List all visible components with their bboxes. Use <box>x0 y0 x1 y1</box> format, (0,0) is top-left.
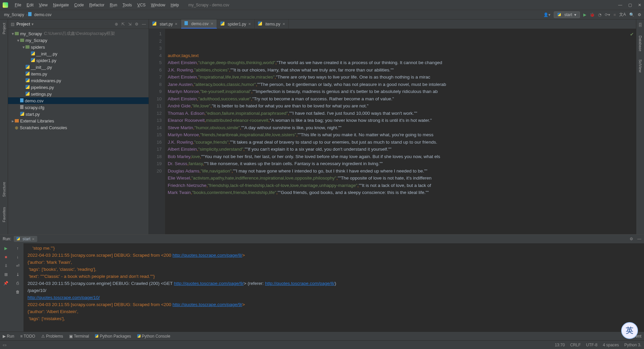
close-icon[interactable]: ✕ <box>248 22 251 26</box>
app-logo-icon <box>3 2 8 8</box>
menu-navigate[interactable]: Navigate <box>50 3 71 7</box>
ime-indicator[interactable]: 英 <box>621 322 638 339</box>
tree-item[interactable]: middlewares.py <box>8 77 149 84</box>
run-tab[interactable]: start ✕ <box>14 236 37 242</box>
code-content[interactable]: ✔ author,tags,textAlbert Einstein,"chang… <box>165 29 636 234</box>
down-arrow-icon[interactable]: ↓ <box>17 255 19 259</box>
tool-window-structure[interactable]: Structure <box>2 182 6 197</box>
translate-icon[interactable]: 文A <box>619 12 626 17</box>
tree-item[interactable]: __init__.py <box>8 50 149 57</box>
debug-icon[interactable]: 🐞 <box>590 12 595 17</box>
tool-window-sciview[interactable]: SciView <box>638 59 642 72</box>
maximize-icon[interactable]: ▢ <box>628 3 632 7</box>
stop-icon[interactable]: ■ <box>613 12 616 17</box>
rerun-icon[interactable]: ▶ <box>4 246 7 251</box>
breadcrumb[interactable]: demo.csv <box>33 12 53 17</box>
tree-item[interactable]: spider1.py <box>8 57 149 64</box>
close-icon[interactable]: ✕ <box>175 22 177 26</box>
menu-run[interactable]: Run <box>107 3 120 7</box>
chevron-down-icon: ▾ <box>574 12 576 17</box>
up-arrow-icon[interactable]: ↑ <box>17 246 19 251</box>
indent-setting[interactable]: 4 spaces <box>603 343 619 347</box>
editor-tab[interactable]: start.py✕ <box>149 19 181 29</box>
line-separator[interactable]: CRLF <box>570 343 581 347</box>
tree-item[interactable]: ▾my_ScrapyC:\Users\吕成鑫\Desktop\scrapy框架 <box>8 30 149 37</box>
tree-item[interactable]: __init__.py <box>8 64 149 70</box>
ime-label: 英 <box>626 326 633 336</box>
locate-icon[interactable]: ⊕ <box>115 22 118 27</box>
editor-tab[interactable]: spider1.py✕ <box>217 19 255 29</box>
window-title: my_Scrapy - demo.csv <box>188 3 229 7</box>
gear-icon[interactable]: ⚙ <box>638 12 641 17</box>
search-icon[interactable]: 🔍 <box>629 12 634 17</box>
run-config-selector[interactable]: start ▾ <box>554 11 580 18</box>
print-icon[interactable]: ⎙ <box>16 281 19 286</box>
collapse-all-icon[interactable]: ⇲ <box>128 22 131 27</box>
status-bar: ▭ 13:70 CRLF UTF-8 4 spaces Python 3. <box>0 340 644 349</box>
tab-todo[interactable]: ≡ TODO <box>20 334 35 339</box>
tree-scratches[interactable]: ⊕Scratches and Consoles <box>8 124 149 131</box>
editor-tab[interactable]: items.py✕ <box>255 19 289 29</box>
stop-icon[interactable]: ■ <box>5 255 7 259</box>
wrap-icon[interactable]: ⏎ <box>16 263 19 268</box>
file-encoding[interactable]: UTF-8 <box>586 343 597 347</box>
menu-tools[interactable]: Tools <box>120 3 135 7</box>
tree-item[interactable]: scrapy.cfg <box>8 104 149 111</box>
run-side-toolbar: ▶ ■ ⇩ ⊞ 📌 ↑ ↓ ⏎ ⤓ ⎙ 🗑 <box>0 243 23 332</box>
tool-window-favorites[interactable]: Favorites <box>2 207 6 222</box>
tree-external-libs[interactable]: ▸External Libraries <box>8 117 149 124</box>
hide-icon[interactable]: — <box>637 237 641 241</box>
project-tree[interactable]: ▾my_ScrapyC:\Users\吕成鑫\Desktop\scrapy框架▾… <box>8 29 149 234</box>
tree-item[interactable]: settings.py <box>8 91 149 97</box>
editor-tab[interactable]: demo.csv✕ <box>181 19 217 29</box>
tree-item[interactable]: items.py <box>8 70 149 77</box>
tab-python-packages[interactable]: Python Packages <box>95 334 131 339</box>
scroll-icon[interactable]: ⤓ <box>16 272 19 277</box>
menu-refactor[interactable]: Refactor <box>87 3 107 7</box>
tool-window-project[interactable]: Project <box>2 23 6 34</box>
expand-all-icon[interactable]: ⇱ <box>121 22 125 27</box>
tab-python-console[interactable]: Python Console <box>137 334 170 339</box>
tool-window-database[interactable]: Database <box>638 36 642 51</box>
tree-item[interactable]: ▾my_Scrapy <box>8 37 149 44</box>
menu-view[interactable]: View <box>36 3 50 7</box>
run-console[interactable]: 'stop me."'}2022-04-03 20:11:55 [scrapy.… <box>23 243 644 332</box>
tree-item[interactable]: ▾spiders <box>8 44 149 50</box>
pin-icon[interactable]: 📌 <box>3 281 8 286</box>
caret-position[interactable]: 13:70 <box>555 343 565 347</box>
close-icon[interactable]: ✕ <box>32 237 35 241</box>
run-icon[interactable]: ▶ <box>583 12 586 17</box>
menu-window[interactable]: Window <box>148 3 168 7</box>
close-icon[interactable]: ✕ <box>282 22 285 26</box>
breadcrumb[interactable]: my_Scrapy <box>3 12 25 17</box>
tree-item[interactable]: pipelines.py <box>8 84 149 91</box>
gear-icon[interactable]: ⚙ <box>135 22 139 27</box>
left-tool-stripe: Project Structure Favorites <box>0 19 8 234</box>
menu-code[interactable]: Code <box>71 3 87 7</box>
minimize-icon[interactable]: — <box>618 3 622 7</box>
gear-icon[interactable]: ⚙ <box>630 237 633 241</box>
chevron-down-icon[interactable]: ▾ <box>32 22 34 27</box>
profile-icon[interactable]: ⟳▾ <box>605 12 610 17</box>
status-icon[interactable]: ▭ <box>3 343 6 347</box>
tab-run[interactable]: ▶ Run <box>3 334 14 339</box>
close-icon[interactable]: ✕ <box>638 3 641 7</box>
menu-help[interactable]: Help <box>168 3 182 7</box>
tree-item[interactable]: start.py <box>8 111 149 117</box>
menu-vcs[interactable]: VCS <box>135 3 148 7</box>
coverage-icon[interactable]: ◔ <box>598 12 601 17</box>
menu-edit[interactable]: Edit <box>24 3 36 7</box>
add-user-icon[interactable]: 👤▾ <box>543 12 550 17</box>
layout-icon[interactable]: ⊞ <box>4 272 8 277</box>
down-icon[interactable]: ⇩ <box>4 263 8 268</box>
tree-item[interactable]: demo.csv <box>8 97 149 104</box>
code-editor[interactable]: 1234567891011121314151617181920 ✔ author… <box>149 29 636 234</box>
database-icon[interactable]: 🗄 <box>638 23 642 28</box>
close-icon[interactable]: ✕ <box>211 22 213 26</box>
tab-terminal[interactable]: ▣ Terminal <box>69 334 89 339</box>
python-interpreter[interactable]: Python 3. <box>624 343 641 347</box>
hide-icon[interactable]: — <box>142 22 146 27</box>
trash-icon[interactable]: 🗑 <box>16 290 20 294</box>
tab-problems[interactable]: ⚠ Problems <box>41 334 63 339</box>
menu-file[interactable]: File <box>12 3 24 7</box>
